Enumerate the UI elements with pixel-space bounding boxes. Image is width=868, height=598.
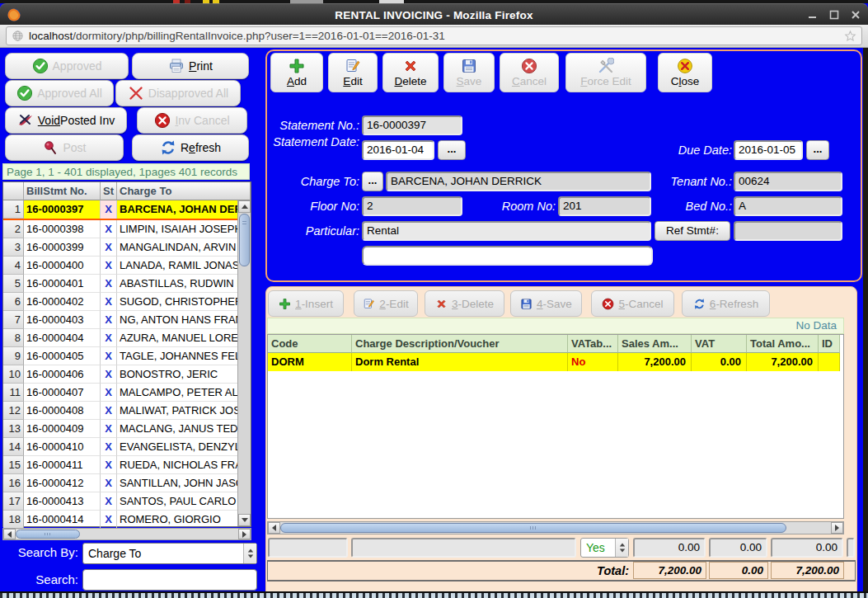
billing-grid-row[interactable]: 1116-0000407XMALCAMPO, PETER ALBE bbox=[3, 384, 239, 402]
search-by-select[interactable]: Charge To bbox=[82, 543, 257, 564]
scrollbar-track[interactable] bbox=[786, 522, 831, 534]
billing-grid-row[interactable]: 316-0000399XMANGALINDAN, ARVIN JA bbox=[3, 238, 239, 257]
refresh-line-button[interactable]: 6-Refresh bbox=[682, 290, 770, 317]
print-button[interactable]: Print bbox=[132, 53, 249, 79]
statement-no-field[interactable]: 16-0000397 bbox=[362, 115, 462, 135]
floor-no-field[interactable]: 2 bbox=[362, 196, 462, 216]
billing-grid-row[interactable]: 116-0000397XBARCENA, JOHAN DERR bbox=[3, 200, 239, 220]
close-window-button[interactable] bbox=[850, 9, 861, 21]
billing-grid-row[interactable]: 616-0000402XSUGOD, CHRISTOPHER A bbox=[3, 293, 239, 311]
cancel-button[interactable]: Cancel bbox=[500, 53, 559, 92]
billing-grid-row[interactable]: 1016-0000406XBONOSTRO, JERIC bbox=[3, 365, 239, 384]
scroll-left-button[interactable] bbox=[268, 522, 280, 534]
save-line-button[interactable]: 4-Save bbox=[510, 290, 582, 317]
footer-total-amount-input[interactable]: 0.00 bbox=[771, 538, 843, 558]
footer-vatable-select[interactable]: Yes bbox=[580, 538, 629, 558]
approved-all-button[interactable]: Approved All bbox=[5, 80, 114, 106]
force-edit-button[interactable]: Force Edit bbox=[565, 53, 646, 92]
billing-grid-row[interactable]: 1516-0000411XRUEDA, NICHOLAS FRANC bbox=[3, 456, 239, 474]
billing-grid-row[interactable]: 516-0000401XABASTILLAS, RUDWIN PAU bbox=[3, 275, 239, 293]
row-number: 13 bbox=[3, 420, 24, 438]
edit-line-button[interactable]: 2-Edit bbox=[354, 290, 418, 317]
add-plus-icon bbox=[289, 58, 305, 74]
statement-date-picker-button[interactable]: ... bbox=[438, 140, 466, 160]
scroll-right-button[interactable] bbox=[238, 529, 251, 539]
footer-description-input[interactable] bbox=[351, 538, 576, 558]
footer-vat-amount-input[interactable]: 0.00 bbox=[709, 538, 767, 558]
select-stepper-icon[interactable] bbox=[615, 539, 628, 557]
scrollbar-thumb[interactable] bbox=[16, 530, 80, 539]
close-label-post: ose bbox=[681, 75, 699, 87]
charge-to-field[interactable]: BARCENA, JOHAN DERRICK bbox=[386, 172, 651, 191]
billing-grid-row[interactable]: 1816-0000414XROMERO, GIORGIO bbox=[3, 511, 239, 529]
tenant-no-label: Tenant No.: bbox=[613, 175, 732, 188]
due-date-field[interactable]: 2016-01-05 bbox=[734, 140, 803, 160]
bed-no-field[interactable]: A bbox=[734, 196, 842, 216]
inv-cancel-button[interactable]: Inv Cancel bbox=[137, 107, 247, 134]
scroll-left-button[interactable] bbox=[3, 529, 16, 539]
url-input[interactable]: localhost/dormitory/php/billingRentalInv… bbox=[6, 26, 862, 45]
ref-stmt-field[interactable] bbox=[734, 221, 842, 241]
save-button[interactable]: Save bbox=[443, 53, 495, 92]
delete-button[interactable]: Delete bbox=[382, 53, 439, 92]
particular-extra-field[interactable] bbox=[362, 246, 653, 266]
cancel-line-button[interactable]: 5-Cancel bbox=[591, 290, 674, 317]
minimize-button[interactable] bbox=[807, 9, 819, 21]
bookmark-star-icon[interactable] bbox=[844, 30, 856, 42]
edit-button[interactable]: Edit bbox=[328, 53, 378, 92]
desktop-sliver-right bbox=[863, 48, 868, 598]
charge-grid-row[interactable]: DORMDorm RentalNo7,200.000.007,200.00 bbox=[268, 353, 843, 371]
url-text: localhost/dormitory/php/billingRentalInv… bbox=[29, 30, 839, 42]
scrollbar-thumb[interactable] bbox=[239, 214, 250, 266]
titlebar[interactable]: RENTAL INVOICING - Mozilla Firefox bbox=[0, 3, 868, 26]
select-stepper-icon[interactable] bbox=[243, 544, 256, 563]
approved-button[interactable]: Approved bbox=[5, 53, 129, 79]
billing-grid-row[interactable]: 1416-0000410XEVANGELISTA, DENZYL PA bbox=[3, 438, 239, 456]
particular-field[interactable]: Rental bbox=[362, 221, 651, 241]
scroll-right-button[interactable] bbox=[831, 522, 843, 534]
cancel-circle-icon bbox=[154, 112, 171, 129]
close-button[interactable]: Close bbox=[658, 53, 712, 92]
charge-grid-horizontal-scrollbar[interactable] bbox=[267, 521, 844, 534]
maximize-button[interactable] bbox=[828, 9, 840, 21]
post-button[interactable]: Post bbox=[5, 134, 124, 161]
tenant-no-field[interactable]: 00624 bbox=[734, 172, 842, 191]
billing-grid-row[interactable]: 1216-0000408XMALIWAT, PATRICK JOSHU bbox=[3, 402, 239, 420]
billing-grid-row[interactable]: 1316-0000409XMACLANG, JANUS TED bbox=[3, 420, 239, 438]
billing-grid-row[interactable]: 1616-0000412XSANTILLAN, JOHN JASON bbox=[3, 474, 239, 492]
cancel-line-label-mnemonic: 5 bbox=[618, 298, 625, 310]
status-x-cell: X bbox=[101, 492, 117, 511]
scrollbar-track[interactable] bbox=[80, 529, 238, 539]
billing-grid-row[interactable]: 216-0000398XLIMPIN, ISAIAH JOSEPH bbox=[3, 220, 239, 238]
insert-line-button[interactable]: 1-Insert bbox=[268, 290, 344, 317]
site-identity-globe-icon[interactable] bbox=[12, 30, 24, 42]
footer-sales-amount-input[interactable]: 0.00 bbox=[633, 538, 706, 558]
billing-grid-row[interactable]: 416-0000400XLANADA, RAMIL JONAS bbox=[3, 257, 239, 275]
add-button[interactable]: Add bbox=[270, 53, 323, 92]
void-posted-inv-button[interactable]: VoidPosted Inv bbox=[5, 107, 127, 134]
billing-grid-row[interactable]: 1716-0000413XSANTOS, PAUL CARLO bbox=[3, 492, 239, 511]
charge-to-cell: TAGLE, JOHANNES FELICI bbox=[117, 347, 239, 365]
billing-grid-vertical-scrollbar[interactable] bbox=[237, 200, 251, 526]
due-date-picker-button[interactable]: ... bbox=[806, 140, 829, 160]
scroll-down-button[interactable] bbox=[238, 514, 251, 526]
billing-grid-row[interactable]: 816-0000404XAZURA, MANUEL LORENZ bbox=[3, 329, 239, 347]
cancel-label: Cancel bbox=[512, 75, 547, 87]
delete-line-button[interactable]: 3-Delete bbox=[425, 290, 504, 317]
footer-code-input[interactable] bbox=[268, 538, 348, 558]
charge-to-lookup-button[interactable]: ... bbox=[362, 172, 383, 191]
ref-stmt-button[interactable]: Ref Stmt#: bbox=[655, 221, 730, 241]
search-input[interactable] bbox=[82, 569, 257, 591]
insert-line-label-mnemonic: 1 bbox=[295, 298, 302, 310]
billing-grid-row[interactable]: 716-0000403XNG, ANTON HANS FRANC bbox=[3, 311, 239, 329]
billing-grid-header-row: BillStmt No.StCharge To bbox=[3, 182, 251, 200]
scroll-up-button[interactable] bbox=[238, 200, 251, 213]
billing-grid-row[interactable]: 916-0000405XTAGLE, JOHANNES FELICI bbox=[3, 347, 239, 365]
refresh-button[interactable]: Refresh bbox=[132, 134, 249, 161]
statement-date-field[interactable]: 2016-01-04 bbox=[362, 140, 434, 160]
disapproved-all-button[interactable]: Disapproved All bbox=[115, 80, 241, 106]
url-path: /dormitory/php/billingRentalInvoice.php?… bbox=[73, 30, 444, 42]
charge-grid-header-cell: Charge Description/Voucher bbox=[352, 335, 568, 353]
billing-grid-horizontal-scrollbar[interactable] bbox=[2, 528, 251, 540]
scrollbar-thumb[interactable] bbox=[280, 523, 786, 533]
